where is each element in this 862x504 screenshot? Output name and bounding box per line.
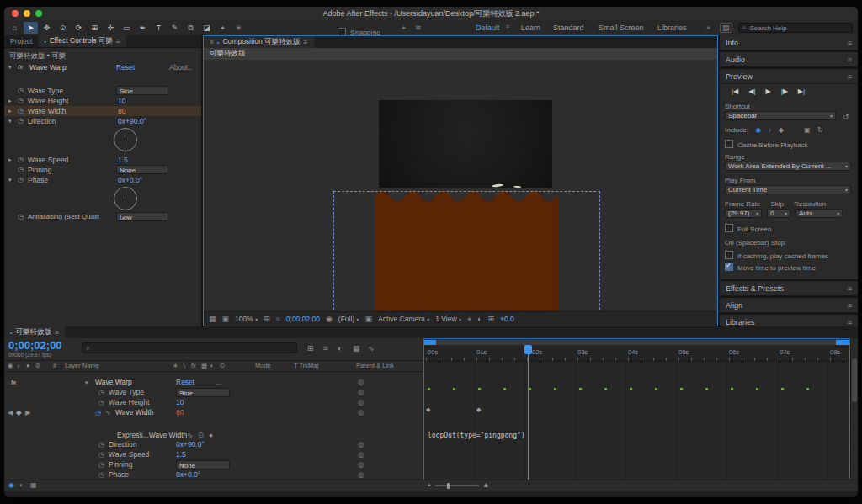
- stopwatch-icon[interactable]: ◷: [18, 116, 24, 126]
- trkmat-column[interactable]: T TrkMat: [294, 362, 318, 369]
- wave-speed-value[interactable]: 1.5: [118, 155, 128, 165]
- shape-tool-icon[interactable]: ▭: [120, 22, 134, 34]
- wave-type-dropdown[interactable]: Sine▾: [116, 86, 168, 95]
- panel-menu-icon[interactable]: ≡: [848, 72, 852, 81]
- ellipsis-icon[interactable]: …: [215, 378, 222, 387]
- tab-project[interactable]: Project: [4, 35, 38, 47]
- graph-toggle-icon[interactable]: ∿: [105, 408, 111, 417]
- stopwatch-icon[interactable]: ◷: [98, 398, 104, 407]
- stopwatch-icon[interactable]: ◷: [95, 408, 101, 417]
- transparency-grid-icon[interactable]: ▦: [209, 315, 216, 323]
- fast-previews-icon[interactable]: ◐: [477, 315, 482, 323]
- selection-tool-icon[interactable]: ➤: [24, 22, 38, 34]
- zoom-out-mountain-icon[interactable]: ▲: [427, 482, 432, 487]
- stopwatch-icon[interactable]: ◷: [98, 470, 104, 480]
- play-from-dropdown[interactable]: Current Time▾: [725, 185, 851, 194]
- snap-options2-icon[interactable]: ≋: [415, 24, 422, 32]
- expression-pickwhip-icon[interactable]: ⊙: [198, 431, 204, 440]
- puppet-tool-icon[interactable]: ⍟: [231, 22, 246, 34]
- pinning-dropdown[interactable]: None▾: [116, 165, 168, 174]
- include-audio-icon[interactable]: ♪: [768, 126, 771, 134]
- mode-column[interactable]: Mode: [255, 362, 271, 369]
- fx-switch-icon[interactable]: fx: [191, 362, 196, 369]
- pickwhip-icon[interactable]: ◎: [358, 378, 364, 387]
- work-area-bar[interactable]: [424, 340, 849, 345]
- expand-inout-icon[interactable]: ▦: [30, 481, 37, 489]
- eye-column-icon[interactable]: ◉: [8, 362, 13, 369]
- motion-blur-icon[interactable]: ▦: [353, 344, 360, 353]
- twirl-icon[interactable]: ▾: [8, 175, 12, 185]
- layer-name-column[interactable]: Layer Name: [65, 362, 99, 369]
- about-link[interactable]: About..: [169, 62, 192, 72]
- timeline-search-field[interactable]: ⌕: [82, 342, 297, 353]
- phase-value[interactable]: 0x+0.0°: [118, 175, 142, 185]
- panel-menu-icon[interactable]: ≡: [848, 56, 852, 64]
- 3d-switch-icon[interactable]: ⊙: [220, 362, 225, 369]
- tab-composition[interactable]: × ▪ Composition 可樂特效版 ≡: [204, 36, 314, 48]
- stopwatch-icon[interactable]: ◷: [98, 440, 104, 449]
- cache-before-playback-option[interactable]: Cache Before Playback: [725, 140, 853, 149]
- workspace-learn[interactable]: Learn: [521, 24, 540, 32]
- work-area-start-handle[interactable]: [424, 340, 436, 345]
- roi-icon[interactable]: ▣: [365, 315, 373, 323]
- twirl-icon[interactable]: ▸: [8, 106, 12, 116]
- clone-stamp-tool-icon[interactable]: ⧉: [184, 22, 198, 34]
- libraries-panel-header[interactable]: Libraries≡: [720, 315, 858, 326]
- twirl-icon[interactable]: ▾: [8, 116, 12, 126]
- scroll-thumb[interactable]: [852, 358, 857, 402]
- fx-badge-icon[interactable]: fx: [11, 378, 16, 387]
- reset-shortcut-icon[interactable]: ↺: [843, 113, 849, 121]
- camera-dropdown[interactable]: Active Camera ▾: [378, 315, 429, 323]
- current-time-indicator-line[interactable]: [528, 346, 529, 480]
- stopwatch-icon[interactable]: ◷: [18, 86, 24, 96]
- fx-badge-icon[interactable]: fx: [18, 62, 23, 72]
- help-search-field[interactable]: ⌕ Search Help: [738, 23, 853, 33]
- mask-visibility-icon[interactable]: ▣: [222, 315, 230, 323]
- brush-tool-icon[interactable]: ✎: [168, 22, 182, 34]
- direction-value-tl[interactable]: 0x+90.0°: [176, 440, 205, 449]
- keyframe-icon[interactable]: ◆: [16, 408, 22, 417]
- stopwatch-icon[interactable]: ◷: [98, 388, 104, 397]
- direction-value[interactable]: 0x+90.0°: [118, 116, 146, 126]
- rotation-tool-icon[interactable]: ⟳: [72, 22, 86, 34]
- pickwhip-icon[interactable]: ◎: [358, 470, 364, 480]
- comp-timecode[interactable]: 0;00;02;00: [286, 315, 320, 323]
- workspace-default[interactable]: Default: [476, 24, 500, 32]
- stopwatch-icon[interactable]: ◷: [18, 165, 24, 175]
- timeline-scrollbar[interactable]: [850, 338, 858, 480]
- phase-value-tl[interactable]: 0x+0.0°: [176, 470, 200, 480]
- graph-editor-icon[interactable]: ∿: [368, 344, 375, 353]
- current-time-indicator-head[interactable]: [524, 345, 532, 354]
- next-frame-button[interactable]: |▶: [781, 88, 788, 95]
- pickwhip-icon[interactable]: ◎: [358, 388, 364, 397]
- preview-panel-header[interactable]: Preview≡: [720, 69, 858, 84]
- expression-graph-icon[interactable]: ∿: [187, 431, 193, 440]
- rulers-icon[interactable]: ⌗: [276, 315, 280, 324]
- pixel-aspect-icon[interactable]: ⌖: [467, 315, 471, 324]
- time-ruler[interactable]: :00s 01s 02s 03s 04s 05s 06s 07s 08s: [424, 346, 849, 362]
- reset-button[interactable]: Reset: [176, 378, 194, 387]
- snapshot-icon[interactable]: ◉: [326, 315, 333, 323]
- next-keyframe-icon[interactable]: ▶: [25, 408, 31, 417]
- zoom-window-button[interactable]: [35, 10, 42, 17]
- wave-width-value[interactable]: 80: [118, 106, 125, 116]
- stopwatch-icon[interactable]: ◷: [98, 450, 104, 459]
- stopwatch-icon[interactable]: ◷: [18, 175, 24, 185]
- antialiasing-dropdown[interactable]: Low▾: [116, 212, 168, 221]
- direction-dial[interactable]: [114, 128, 137, 151]
- close-window-button[interactable]: [12, 10, 19, 17]
- twirl-icon[interactable]: ▾: [85, 378, 88, 387]
- previous-frame-button[interactable]: ◀|: [748, 88, 755, 95]
- minimize-window-button[interactable]: [24, 10, 30, 17]
- parent-link-column[interactable]: Parent & Link: [356, 362, 394, 369]
- last-frame-button[interactable]: ▶|: [798, 88, 805, 95]
- type-tool-icon[interactable]: T: [152, 22, 166, 34]
- move-time-option[interactable]: Move time to preview time: [725, 263, 853, 272]
- pickwhip-icon[interactable]: ◎: [358, 460, 364, 470]
- include-video-icon[interactable]: ◉: [755, 126, 761, 134]
- range-dropdown[interactable]: Work Area Extended By Current ...▾: [725, 162, 851, 171]
- motion-blur-switch-icon[interactable]: ◐: [210, 362, 215, 369]
- keyframe-diamond[interactable]: ◆: [426, 406, 430, 413]
- reset-button[interactable]: Reset: [116, 62, 135, 72]
- frame-region-icon[interactable]: ▣: [804, 126, 811, 134]
